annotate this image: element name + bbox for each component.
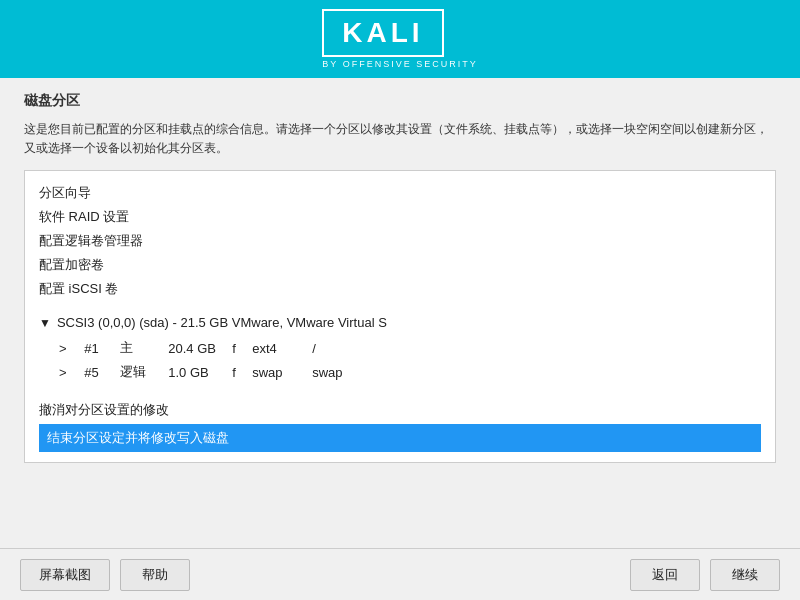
finish-action[interactable]: 结束分区设定并将修改写入磁盘 [39, 424, 761, 452]
partition-1-arrow: > [59, 341, 77, 356]
kali-logo: KALI [342, 17, 423, 49]
disk-collapse-icon[interactable]: ▼ [39, 316, 51, 330]
partition-panel: 分区向导 软件 RAID 设置 配置逻辑卷管理器 配置加密卷 配置 iSCSI … [24, 170, 776, 463]
partition-1-type: 主 [113, 339, 161, 357]
partition-1-mount: / [305, 341, 365, 356]
revert-action[interactable]: 撤消对分区设置的修改 [39, 398, 761, 422]
partition-5-type: 逻辑 [113, 363, 161, 381]
partition-5-fs: swap [245, 365, 305, 380]
continue-button[interactable]: 继续 [710, 559, 780, 591]
menu-item-guided[interactable]: 分区向导 [39, 181, 761, 205]
menu-item-lvm[interactable]: 配置逻辑卷管理器 [39, 229, 761, 253]
partition-5-arrow: > [59, 365, 77, 380]
description-text: 这是您目前已配置的分区和挂载点的综合信息。请选择一个分区以修改其设置（文件系统、… [24, 120, 776, 158]
footer: 屏幕截图 帮助 返回 继续 [0, 548, 800, 600]
partition-5-size: 1.0 GB [161, 365, 225, 380]
partition-row-1[interactable]: > #1 主 20.4 GB f ext4 / [39, 336, 761, 360]
partition-1-fs: ext4 [245, 341, 305, 356]
page-title: 磁盘分区 [24, 92, 776, 110]
kali-logo-box: KALI [322, 9, 443, 57]
menu-item-raid[interactable]: 软件 RAID 设置 [39, 205, 761, 229]
partition-5-mount: swap [305, 365, 365, 380]
help-button[interactable]: 帮助 [120, 559, 190, 591]
back-button[interactable]: 返回 [630, 559, 700, 591]
menu-item-iscsi[interactable]: 配置 iSCSI 卷 [39, 277, 761, 301]
header: KALI BY OFFENSIVE SECURITY [0, 0, 800, 78]
footer-left-buttons: 屏幕截图 帮助 [20, 559, 190, 591]
partition-1-flag: f [225, 341, 245, 356]
partition-1-num: #1 [77, 341, 113, 356]
menu-item-encrypt[interactable]: 配置加密卷 [39, 253, 761, 277]
partition-5-flag: f [225, 365, 245, 380]
main-content: 磁盘分区 这是您目前已配置的分区和挂载点的综合信息。请选择一个分区以修改其设置（… [0, 78, 800, 477]
offensive-security-text: BY OFFENSIVE SECURITY [322, 59, 477, 69]
disk-header: ▼ SCSI3 (0,0,0) (sda) - 21.5 GB VMware, … [39, 315, 761, 330]
screenshot-button[interactable]: 屏幕截图 [20, 559, 110, 591]
partition-1-size: 20.4 GB [161, 341, 225, 356]
partition-row-5[interactable]: > #5 逻辑 1.0 GB f swap swap [39, 360, 761, 384]
disk-label: SCSI3 (0,0,0) (sda) - 21.5 GB VMware, VM… [57, 315, 387, 330]
footer-right-buttons: 返回 继续 [630, 559, 780, 591]
partition-5-num: #5 [77, 365, 113, 380]
